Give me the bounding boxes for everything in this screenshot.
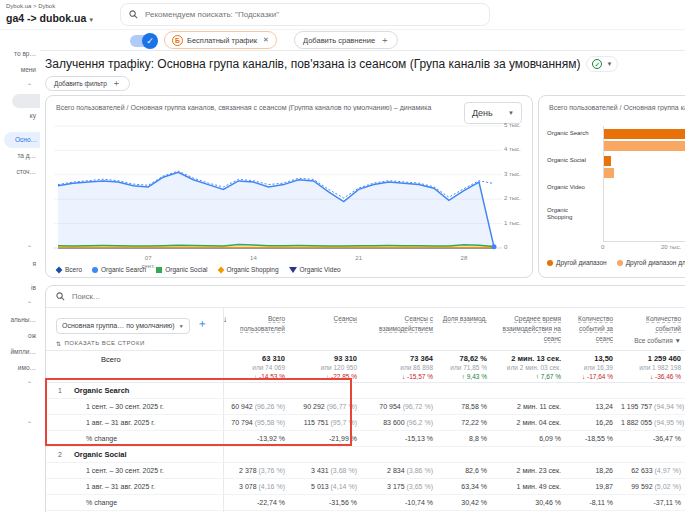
column-title: Среднее время взаимодействия на сеанс	[503, 315, 561, 343]
table-row[interactable]: 1 сент. – 30 сент. 2025 г.60 942 (96,26 …	[46, 399, 685, 415]
sidebar-item[interactable]: ймпли…	[0, 344, 40, 360]
bar-chart-row: Organic Shopping	[547, 206, 685, 230]
table-cell: 1 882 055 (94,95 %)	[621, 419, 685, 426]
cell-value: 99 592	[631, 483, 652, 490]
table-cell: 63,34 %	[441, 483, 495, 490]
checkmark-circle-icon: ✓	[592, 59, 602, 69]
y-axis-label: 3 тыс.	[504, 171, 532, 177]
totals-compare: или 74 069	[223, 364, 285, 373]
table-cell: -18,55 %	[569, 435, 621, 442]
sidebar-item[interactable]: ку	[0, 108, 40, 124]
totals-compare: или 71,85 %	[441, 364, 487, 373]
sidebar-item-selected[interactable]: Осно…	[4, 132, 40, 148]
table-row[interactable]: 1 сент. – 30 сент. 2025 г.2 378 (3,76 %)…	[46, 463, 685, 479]
totals-value: 1 259 460	[621, 354, 681, 364]
sidebar-item[interactable]: имо…	[0, 360, 40, 376]
table-cell: 70 794 (95,58 %)	[223, 419, 293, 426]
table-search[interactable]	[46, 286, 685, 308]
totals-delta: ↓ -17,64 %	[569, 373, 613, 382]
sidebar-item[interactable]: мени	[0, 62, 40, 78]
close-icon[interactable]: ✕	[263, 36, 269, 44]
table-cell: -36,47 %	[621, 435, 685, 442]
table-cell: 82,6 %	[441, 467, 495, 474]
chevron-down-icon: ▼	[675, 337, 681, 344]
table-cell: 3 078 (4,16 %)	[223, 483, 293, 490]
dimension-dropdown[interactable]: Основная группа… по умолчанию)▼	[56, 318, 190, 334]
sidebar-item[interactable]: то вр…	[0, 46, 40, 62]
column-header[interactable]: Сеансы	[293, 308, 365, 350]
chevron-up-icon[interactable]: ⌃	[0, 376, 40, 392]
column-header[interactable]: ↓Всего пользователей	[223, 308, 293, 350]
table-row[interactable]: 1 авг. – 31 авг. 2025 г.70 794 (95,58 %)…	[46, 415, 685, 431]
column-header[interactable]: Количество событийВсе события ▼	[621, 308, 685, 350]
table-search-input[interactable]	[72, 292, 372, 301]
chevron-up-icon[interactable]: ⌃	[0, 78, 40, 94]
bar-category-label: Organic Shopping	[547, 207, 593, 221]
cell-percent: (3,65 %)	[405, 483, 433, 490]
table-cell: -21,99 %	[293, 435, 365, 442]
cell-value: 1 882 055	[621, 419, 652, 426]
bar-chart-legend: Другой диапазонДругой диапазон для сравн…	[547, 259, 685, 266]
table-group-row[interactable]: 2Organic Social	[46, 447, 685, 463]
add-comparison-button[interactable]: Добавить сравнение＋	[294, 31, 398, 49]
sidebar-item[interactable]: ів	[0, 280, 40, 296]
bar-category-label: Organic Social	[547, 157, 593, 164]
table-cell: 5 013 (4,14 %)	[293, 483, 365, 490]
comparison-color-icon: Б	[172, 35, 183, 46]
legend-label: Organic Shopping	[227, 266, 279, 273]
add-filter-button[interactable]: Добавить фильтр＋	[45, 76, 130, 91]
report-status-button[interactable]: ✓ ▼	[586, 56, 618, 72]
global-search[interactable]	[120, 3, 490, 26]
chevron-up-icon[interactable]: ⌃	[0, 240, 40, 256]
totals-cell: 63 310или 74 069↓ -14,53 %	[223, 351, 293, 382]
chevron-down-icon: ▼	[88, 17, 94, 23]
table-cell: 18,26	[569, 467, 621, 474]
table-cell: 78,58 %	[441, 403, 495, 410]
chevron-down-icon: ▼	[606, 61, 612, 67]
column-title: Количество событий за сеанс	[578, 315, 613, 343]
property-selector[interactable]: ga4 -> dubok.ua▼	[6, 12, 94, 24]
table-row[interactable]: % change-13,92 %-21,99 %-15,13 %8,8 %6,0…	[46, 431, 685, 447]
column-title: Сеансы с взаимодействием	[379, 315, 433, 333]
cell-percent: (96,72 %)	[401, 403, 433, 410]
totals-compare: или 16,39	[569, 364, 613, 373]
totals-cell: 1 259 460или 1 982 198↓ -36,46 %	[621, 351, 685, 382]
totals-value: 93 310	[293, 354, 357, 364]
cell-percent: (96,2 %)	[405, 419, 433, 426]
sidebar-item[interactable]: я	[0, 256, 40, 272]
totals-delta: ↓ -22,85 %	[293, 373, 357, 382]
events-filter-dropdown[interactable]: Все события ▼	[621, 336, 681, 346]
divider	[40, 50, 685, 51]
show-all-rows-button[interactable]: ⇅ПОКАЗАТЬ ВСЕ СТРОКИ	[56, 340, 223, 347]
legend-item: Всего	[56, 266, 82, 273]
bar-chart-row: Organic Video	[547, 183, 685, 207]
sidebar-item-pill[interactable]	[12, 94, 40, 108]
chevron-up-icon[interactable]: ⌃	[0, 416, 40, 432]
row-label: % change	[46, 435, 223, 442]
column-header[interactable]: Количество событий за сеанс	[569, 308, 621, 350]
legend-item: Organic Social	[156, 266, 207, 273]
square-icon	[156, 267, 162, 273]
ga4-traffic-acquisition-page: Dybok.ua > Dybok ga4 -> dubok.ua▼ то вр……	[0, 0, 685, 512]
column-header[interactable]: Среднее время взаимодействия на сеанс	[495, 308, 569, 350]
table-cell: 2 мин. 04 сек.	[495, 419, 569, 426]
column-title: Всего пользователей	[240, 315, 285, 333]
column-header[interactable]: Доля взаимод.	[441, 308, 495, 350]
table-row[interactable]: % change-22,74 %-31,56 %-10,74 %30,42 %3…	[46, 495, 685, 511]
bar-category-label: Organic Video	[547, 184, 593, 191]
table-cell: 115 751 (95,7 %)	[293, 419, 365, 426]
bar-y-axis	[603, 126, 604, 241]
global-search-input[interactable]	[145, 10, 481, 19]
column-header[interactable]: Сеансы с взаимодействием	[365, 308, 441, 350]
table-group-row[interactable]: 1Organic Search	[46, 383, 685, 399]
comparison-toggle[interactable]: ✓	[130, 35, 157, 47]
comparison-chip[interactable]: Б Бесплатный трафик ✕	[164, 31, 277, 49]
sidebar-item[interactable]: альны…	[0, 312, 40, 328]
sidebar-item[interactable]: ож	[0, 328, 40, 344]
chevron-up-icon[interactable]: ⌃	[0, 296, 40, 312]
add-dimension-button[interactable]: ＋	[197, 317, 208, 329]
sidebar-item[interactable]: та д…	[0, 148, 40, 164]
sidebar-item[interactable]: сточ…	[0, 164, 40, 180]
x-axis-label: 21	[344, 255, 374, 263]
table-row[interactable]: 1 авг. – 31 авг. 2025 г.3 078 (4,16 %)5 …	[46, 479, 685, 495]
